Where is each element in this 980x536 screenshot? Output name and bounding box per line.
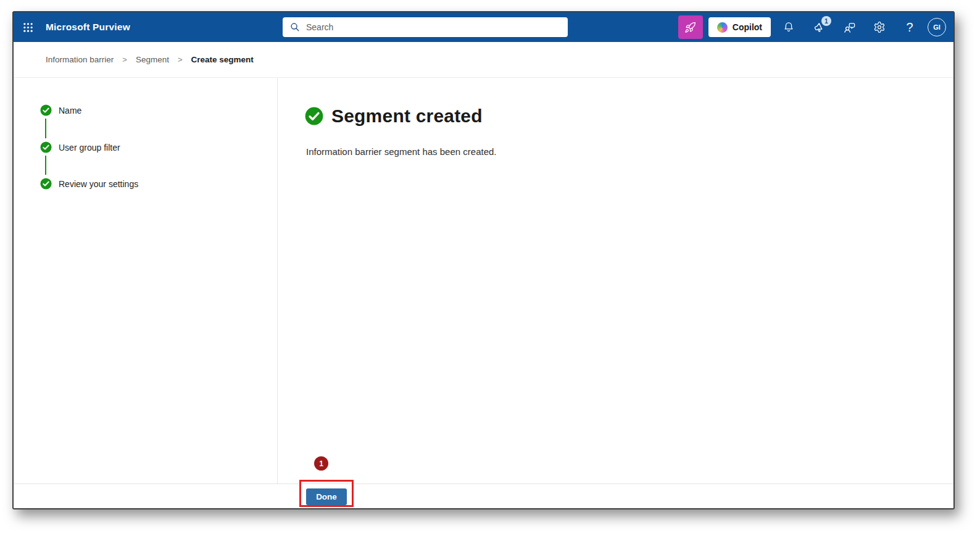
topbar-actions: Copilot — [678, 12, 946, 42]
breadcrumb-separator: > — [122, 55, 127, 64]
step-completed-check-icon — [40, 141, 52, 153]
help-button[interactable]: ? — [897, 15, 922, 40]
settings-button[interactable] — [867, 15, 892, 40]
content-area: Name User group filter — [14, 78, 953, 484]
app-launcher-button[interactable] — [14, 12, 42, 42]
account-avatar[interactable]: GI — [928, 18, 946, 36]
copilot-label: Copilot — [733, 22, 762, 32]
search-icon — [290, 22, 300, 32]
person-feedback-icon — [843, 21, 856, 34]
page-title: Segment created — [331, 106, 483, 127]
rocket-icon — [684, 22, 696, 33]
wizard-step-label: User group filter — [59, 143, 120, 153]
bell-icon — [783, 21, 795, 33]
search-input[interactable] — [306, 22, 560, 32]
wizard-step-name[interactable]: Name — [40, 104, 81, 116]
breadcrumb-item-segment[interactable]: Segment — [136, 55, 169, 64]
copilot-button[interactable]: Copilot — [708, 17, 771, 37]
copilot-logo-icon — [717, 22, 728, 33]
step-connector-line — [45, 119, 46, 138]
notifications-button[interactable] — [776, 15, 801, 40]
wizard-steps-sidebar: Name User group filter — [14, 78, 278, 484]
top-navigation-bar: Microsoft Purview — [14, 12, 953, 42]
done-button[interactable]: Done — [306, 488, 347, 505]
gear-icon — [873, 21, 886, 33]
wizard-step-label: Review your settings — [59, 179, 138, 189]
product-title[interactable]: Microsoft Purview — [46, 22, 130, 33]
announcements-count-badge: 1 — [821, 16, 831, 26]
success-check-icon — [305, 107, 323, 125]
screenshot-page: Microsoft Purview — [0, 0, 980, 536]
breadcrumb: Information barrier > Segment > Create s… — [14, 42, 953, 78]
waffle-icon — [23, 22, 33, 33]
breadcrumb-separator: > — [178, 55, 183, 64]
feedback-button[interactable] — [837, 15, 862, 40]
global-search[interactable] — [283, 17, 568, 37]
app-window-frame: Microsoft Purview — [12, 11, 955, 509]
question-mark-icon: ? — [906, 20, 913, 35]
announcements-button[interactable]: 1 — [807, 15, 831, 40]
breadcrumb-item-create-segment: Create segment — [191, 55, 254, 64]
breadcrumb-item-information-barrier[interactable]: Information barrier — [46, 55, 114, 64]
main-panel: Segment created Information barrier segm… — [278, 78, 953, 484]
wizard-footer: Done — [14, 484, 953, 508]
success-message: Information barrier segment has been cre… — [306, 146, 497, 157]
step-completed-check-icon — [40, 178, 52, 190]
wizard-step-label: Name — [59, 106, 81, 115]
wizard-step-review-your-settings[interactable]: Review your settings — [40, 178, 138, 190]
wizard-step-user-group-filter[interactable]: User group filter — [40, 141, 120, 153]
step-connector-line — [45, 156, 46, 175]
step-completed-check-icon — [40, 104, 52, 116]
success-header: Segment created — [305, 106, 483, 127]
annotation-callout-number: 1 — [314, 456, 328, 471]
whats-new-rocket-button[interactable] — [678, 15, 703, 39]
